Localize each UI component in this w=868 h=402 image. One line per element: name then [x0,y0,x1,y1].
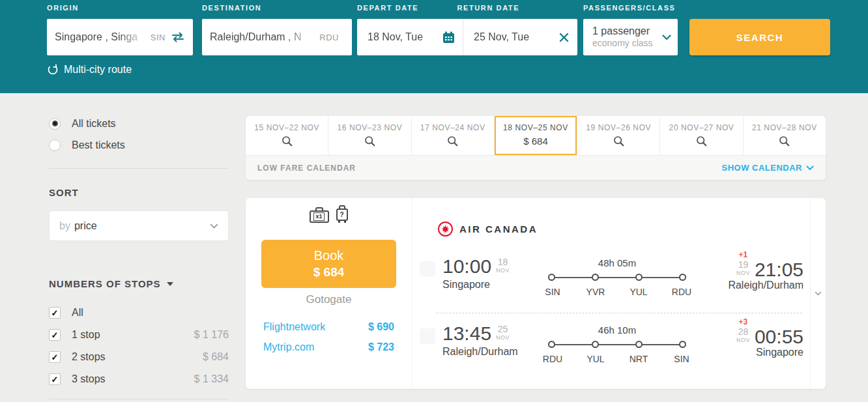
arrival-time: 21:05 [755,259,803,281]
close-icon[interactable] [558,32,570,43]
origin-input[interactable]: Singapore , Singa SIN [47,19,193,55]
tab-price: $ 684 [523,136,548,147]
chevron-down-icon [210,223,218,229]
baggage-info: x1 ? [310,205,349,223]
show-calendar-button[interactable]: SHOW CALENDAR [722,163,815,173]
collapse-triangle-icon [167,282,173,286]
flight-result-card: x1 ? Book $ 684 Gotogate Flightnetwork [246,198,826,389]
sort-value: price [74,220,210,232]
dates-group: DEPART DATE RETURN DATE 18 Nov, Tue [357,4,577,55]
departure-time: 10:00 [442,255,491,278]
arrival-date: +1 19 NOV [736,251,750,276]
low-fare-calendar-bar: LOW FARE CALENDAR SHOW CALENDAR [246,155,826,180]
stops-option-all[interactable]: ✓ All [49,302,229,324]
radio-selected-icon[interactable] [49,118,61,130]
cabin-bag-count: x1 [313,212,324,220]
filter-all-tickets[interactable]: All tickets [49,113,229,134]
multicity-link[interactable]: Multi-city route [47,64,132,76]
sort-prefix: by [59,220,70,232]
return-date-value[interactable]: 25 Nov, Tue [474,31,558,43]
stop-dot [679,341,686,348]
route-line [548,341,686,348]
date-tab-21-28[interactable]: 21 NOV–28 NOV [744,116,826,155]
search-icon [364,136,375,147]
passenger-count: 1 passenger [592,25,662,38]
calendar-icon[interactable] [442,31,455,44]
date-tab-15-22[interactable]: 15 NOV–22 NOV [246,116,328,155]
date-tab-17-24[interactable]: 17 NOV–24 NOV [412,116,495,155]
stops-option-2stops[interactable]: ✓ 2 stops $ 684 [49,346,229,368]
outbound-leg[interactable]: 10:00 18 NOV Singapore 48h 05m [420,255,803,297]
stop-dot [635,274,643,281]
date-tab-19-26[interactable]: 19 NOV–26 NOV [577,116,660,155]
stops-option-price: $ 684 [203,351,229,363]
book-button[interactable]: Book $ 684 [261,240,396,288]
sidebar-divider [49,168,229,169]
return-date-input[interactable]: 25 Nov, Tue [463,19,577,55]
radio-unselected-icon[interactable] [49,139,61,151]
origin-label: ORIGIN [47,4,193,19]
stop-dot [679,274,686,281]
stops-option-price: $ 1 176 [194,329,229,341]
return-leg[interactable]: 13:45 25 NOV Raleigh/Durham 46h 10m [420,323,803,364]
stop-dot [548,274,555,281]
destination-group: DESTINATION Raleigh/Durham , N RDU [202,4,352,55]
checkbox-checked-icon[interactable]: ✓ [49,307,61,319]
ticket-select-checkbox[interactable] [420,328,435,344]
stop-codes: RDU YUL NRT SIN [540,354,695,364]
search-button[interactable]: SEARCH [689,19,830,55]
stops-heading[interactable]: NUMBERS OF STOPS [49,278,229,289]
depart-date-value[interactable]: 18 Nov, Tue [368,31,442,43]
destination-label: DESTINATION [202,4,352,19]
depart-date-label: DEPART DATE [357,4,418,12]
flight-details: AIR CANADA 10:00 18 NOV Singapore [412,198,810,389]
filter-best-tickets[interactable]: Best tickets [49,134,229,156]
airline-logo: AIR CANADA [438,222,538,237]
flight-duration: 48h 05m [548,257,686,268]
arrival-info: +1 19 NOV 21:05 Raleigh/Durham [704,255,803,291]
arrival-time: 00:55 [755,326,803,348]
search-form: ORIGIN Singapore , Singa SIN DESTINATION… [47,4,830,55]
swap-icon[interactable] [171,32,185,42]
alternative-vendors: Flightnetwork $ 690 Mytrip.com $ 723 [246,321,412,362]
vendor-name: Gotogate [306,293,352,306]
checkbox-checked-icon[interactable]: ✓ [49,329,61,341]
passengers-selector[interactable]: 1 passenger economy class [583,19,678,55]
departure-city: Raleigh/Durham [442,346,542,358]
departure-time: 13:45 [442,323,491,345]
sidebar-divider [49,399,229,399]
checkbox-checked-icon[interactable]: ✓ [49,351,61,363]
date-tab-20-27[interactable]: 20 NOV–27 NOV [660,116,743,155]
search-icon [696,136,707,147]
ticket-select-checkbox[interactable] [420,261,435,277]
date-tab-16-23[interactable]: 16 NOV–23 NOV [328,116,411,155]
destination-input[interactable]: Raleigh/Durham , N RDU [202,19,352,55]
expand-result-button[interactable] [810,198,826,389]
route-line [548,274,686,281]
date-tab-18-25-selected[interactable]: 18 NOV–25 NOV $ 684 [495,116,577,155]
departure-date: 18 NOV [496,257,510,274]
stop-dot [592,341,599,348]
checkbox-checked-icon[interactable]: ✓ [49,373,61,385]
departure-date: 25 NOV [496,324,510,341]
route-diagram: 48h 05m SIN YVR [548,257,686,297]
stops-option-price: $ 1 334 [194,373,229,385]
alt-vendor-flightnetwork[interactable]: Flightnetwork $ 690 [263,321,394,333]
passengers-group: PASSENGERS/CLASS 1 passenger economy cla… [583,4,678,55]
day-offset-badge: +3 [739,318,748,326]
depart-date-input[interactable]: 18 Nov, Tue [357,19,463,55]
search-icon [282,136,293,147]
filters-sidebar: All tickets Best tickets SORT by price N… [49,100,229,399]
sort-heading: SORT [49,187,229,198]
origin-airport-code: SIN [151,33,166,42]
destination-value[interactable]: Raleigh/Durham , N [210,31,315,43]
legs-separator [436,313,802,313]
sort-select[interactable]: by price [49,210,229,241]
stops-option-1stop[interactable]: ✓ 1 stop $ 1 176 [49,324,229,346]
dates-labels: DEPART DATE RETURN DATE [357,4,577,19]
stop-dot [635,341,643,348]
alt-vendor-mytrip[interactable]: Mytrip.com $ 723 [263,341,394,353]
arrival-info: +3 28 NOV 00:55 Singapore [704,323,803,358]
origin-value[interactable]: Singapore , Singa [55,31,147,43]
stops-option-3stops[interactable]: ✓ 3 stops $ 1 334 [49,368,229,390]
